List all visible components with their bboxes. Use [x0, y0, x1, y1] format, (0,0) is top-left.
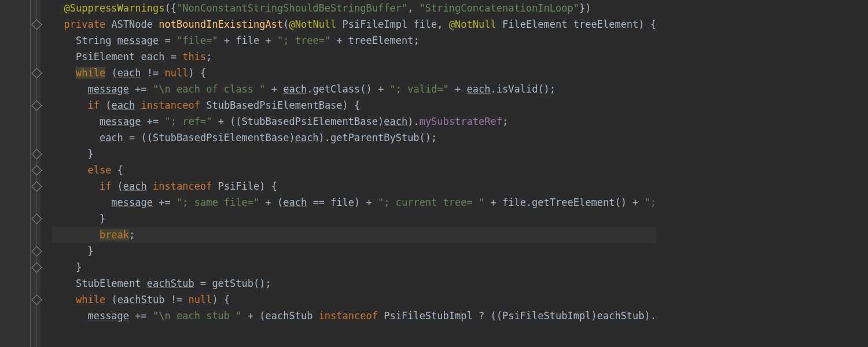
- code-token: else: [87, 164, 117, 176]
- code-line[interactable]: }: [52, 146, 656, 162]
- code-token: private: [64, 19, 111, 30]
- code-token: "; current tree= ": [378, 197, 484, 208]
- code-token: "NonConstantStringShouldBeStringBuffer": [176, 2, 407, 14]
- code-token: "; same file=": [176, 197, 259, 208]
- code-token: each: [467, 83, 491, 95]
- code-token: }: [87, 245, 93, 257]
- code-token: .isValid();: [491, 83, 556, 95]
- code-token: "file=": [176, 35, 218, 46]
- code-token: String: [76, 35, 117, 46]
- code-token: ,: [407, 2, 419, 14]
- code-line[interactable]: message += "; same file=" + (each == fil…: [52, 194, 656, 211]
- code-token: instanceof: [319, 310, 384, 322]
- code-token: ({: [164, 2, 176, 14]
- code-line[interactable]: message += "\n each stub " + (eachStub i…: [52, 308, 656, 324]
- code-token: while: [76, 294, 111, 305]
- code-token: (: [111, 294, 117, 305]
- code-token: @NotNull: [449, 19, 502, 30]
- code-token: + treeElement;: [330, 35, 420, 46]
- code-token: message: [111, 197, 153, 208]
- code-token: eachStub: [117, 294, 165, 305]
- code-token: StubElement: [76, 278, 147, 289]
- code-token: [135, 99, 141, 111]
- code-line[interactable]: break;: [52, 227, 656, 243]
- code-line[interactable]: each = ((StubBasedPsiElementBase)each).g…: [52, 130, 656, 146]
- code-token: (: [105, 99, 111, 111]
- code-token: }: [87, 148, 93, 160]
- code-token: "\n each stub ": [153, 310, 242, 322]
- code-token: }: [100, 213, 105, 224]
- code-token: "; tree=": [277, 35, 330, 46]
- code-token: }: [76, 261, 82, 273]
- code-token: + file.getTreeElement() +: [484, 197, 644, 208]
- code-token: each: [283, 83, 307, 95]
- code-token: ;: [206, 51, 212, 62]
- code-token: [147, 180, 153, 192]
- code-token: each: [100, 132, 123, 143]
- code-token: if: [100, 180, 117, 192]
- code-token: message: [87, 310, 129, 322]
- code-token: "\n each of class ": [153, 83, 265, 95]
- code-line[interactable]: message += "; ref=" + ((StubBasedPsiElem…: [52, 113, 656, 130]
- code-line[interactable]: @SuppressWarnings({"NonConstantStringSho…: [52, 0, 656, 16]
- code-area[interactable]: @SuppressWarnings({"NonConstantStringSho…: [41, 0, 656, 347]
- code-token: ;: [502, 116, 508, 127]
- code-token: ).: [407, 116, 419, 127]
- code-token: ) {: [212, 294, 230, 305]
- code-token: +=: [153, 197, 176, 208]
- code-token: PsiFile) {: [218, 180, 277, 192]
- code-token: "StringConcatenationInLoop": [420, 2, 579, 14]
- code-token: "; valid=": [389, 83, 448, 95]
- code-token: + (eachStub: [242, 310, 319, 322]
- code-token: notBoundInExistingAst: [159, 19, 283, 30]
- code-token: = ((StubBasedPsiElementBase): [123, 132, 295, 143]
- code-token: +: [266, 83, 284, 95]
- code-token: PsiElement: [76, 51, 141, 62]
- code-token: (: [105, 67, 117, 79]
- code-token: +=: [141, 116, 165, 127]
- code-token: (: [117, 180, 123, 192]
- code-token: !=: [165, 294, 189, 305]
- code-token: "; ref=": [165, 116, 212, 127]
- code-editor[interactable]: @SuppressWarnings({"NonConstantStringSho…: [0, 0, 868, 347]
- code-line[interactable]: StubElement eachStub = getStub();: [52, 275, 656, 291]
- code-line[interactable]: String message = "file=" + file + "; tre…: [52, 32, 656, 49]
- code-token: null: [188, 294, 212, 305]
- code-token: @SuppressWarnings: [64, 2, 164, 14]
- code-token: ) {: [188, 67, 206, 79]
- code-token: + ((StubBasedPsiElementBase): [212, 116, 384, 127]
- code-token: !=: [141, 67, 165, 79]
- code-token: @NotNull: [289, 19, 342, 30]
- code-line[interactable]: PsiElement each = this;: [52, 49, 656, 65]
- code-token: mySubstrateRef: [420, 116, 502, 127]
- code-line[interactable]: }: [52, 259, 656, 275]
- code-token: + (: [259, 197, 283, 208]
- code-token: message: [117, 35, 159, 46]
- code-line[interactable]: while (eachStub != null) {: [52, 291, 656, 308]
- code-line[interactable]: while (each != null) {: [52, 65, 656, 81]
- code-token: null: [165, 67, 189, 79]
- editor-gutter: [0, 0, 41, 347]
- fold-guide-line: [30, 0, 31, 347]
- code-token: + file +: [218, 35, 277, 46]
- code-token: ).getParentByStub();: [319, 132, 437, 143]
- code-token: (: [283, 19, 289, 30]
- code-line[interactable]: else {: [52, 162, 656, 178]
- code-token: PsiFileStubImpl ? ((PsiFileStubImpl)each…: [384, 310, 656, 322]
- code-token: ;: [129, 229, 135, 241]
- code-line[interactable]: private ASTNode notBoundInExistingAst(@N…: [52, 16, 656, 32]
- code-line[interactable]: }: [52, 211, 656, 227]
- code-token: each: [123, 180, 147, 192]
- code-token: +: [449, 83, 467, 95]
- code-line[interactable]: }: [52, 243, 656, 259]
- code-line[interactable]: if (each instanceof StubBasedPsiElementB…: [52, 97, 656, 113]
- code-token: each: [111, 99, 135, 111]
- code-token: =: [159, 35, 176, 46]
- code-token: = getStub();: [194, 278, 271, 289]
- code-token: =: [165, 51, 183, 62]
- code-token: FileElement treeElement) {: [502, 19, 656, 30]
- code-line[interactable]: message += "\n each of class " + each.ge…: [52, 81, 656, 97]
- code-line[interactable]: if (each instanceof PsiFile) {: [52, 178, 656, 194]
- code-token: while: [76, 67, 105, 79]
- code-token: instanceof: [141, 99, 207, 111]
